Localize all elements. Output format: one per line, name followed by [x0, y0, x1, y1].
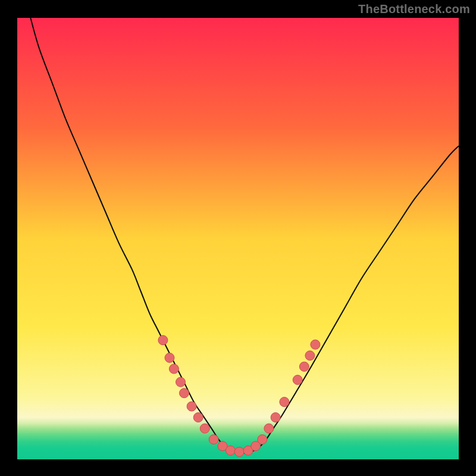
data-point	[169, 364, 178, 374]
data-point	[280, 397, 289, 407]
data-point	[180, 389, 189, 398]
plot-background	[17, 18, 459, 459]
data-point	[293, 375, 302, 384]
data-point	[193, 413, 203, 422]
data-point	[226, 446, 235, 455]
data-point	[264, 424, 274, 433]
data-point	[158, 336, 168, 345]
data-point	[305, 351, 315, 361]
data-point	[200, 424, 209, 433]
data-point	[165, 353, 174, 362]
data-point	[299, 362, 309, 371]
chart-stage: TheBottleneck.com	[0, 0, 476, 476]
data-point	[258, 435, 267, 444]
data-point	[271, 413, 280, 422]
data-point	[187, 402, 196, 411]
data-point	[176, 377, 186, 387]
data-point	[311, 340, 320, 349]
chart-svg	[0, 0, 476, 476]
data-point	[209, 435, 218, 444]
data-point	[234, 447, 244, 456]
